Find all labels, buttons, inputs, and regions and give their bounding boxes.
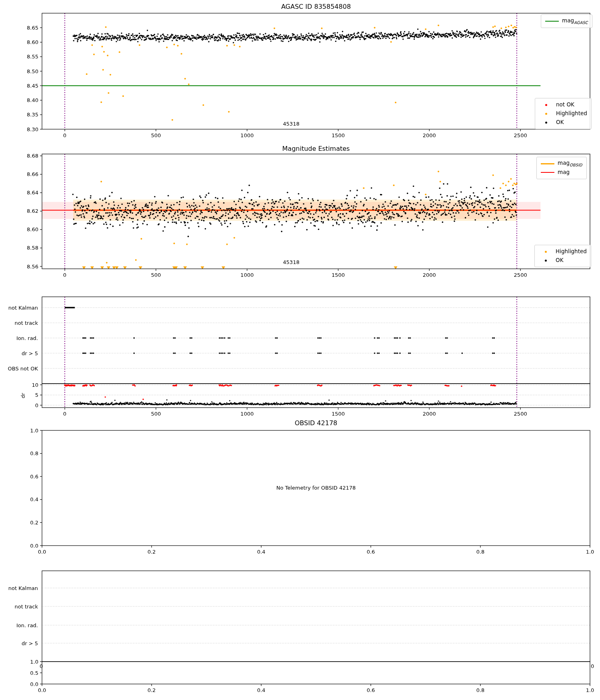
legend-row-mag-agasc: magAGASC [545,17,588,26]
no-telemetry-message: No Telemetry for OBSID 42178 [276,485,356,491]
legend-row-ok: OK [539,118,587,127]
legend-mag-lines-plot2: magOBSID mag [536,157,587,179]
obsid-annotation-plot1: 45318 [283,121,299,127]
legend-label-mag: mag [558,170,570,175]
legend-label-ok: OK [556,120,564,125]
obsid-annotation-plot2: 45318 [283,259,299,265]
legend-label-highlighted-2: Highlighted [556,249,587,254]
legend-row-mag-obsid: magOBSID [541,159,582,168]
legend-row-highlighted-2: Highlighted [539,247,587,256]
legend-marker-types-plot1: not OK Highlighted OK [535,98,592,129]
legend-label-mag-agasc: magAGASC [562,18,588,25]
black-dot-swatch [539,122,553,124]
orange-dot-swatch [539,113,553,115]
plot1-title: AGASC ID 835854808 [42,3,590,10]
red-dot-swatch [539,104,553,106]
legend-label-mag-obsid: magOBSID [558,160,582,167]
orange-line-swatch [541,163,554,164]
legend-row-mag: mag [541,168,582,177]
legend-row-ok-2: OK [539,256,587,265]
legend-label-ok-2: OK [556,258,563,263]
black-dot-swatch-2 [539,260,552,262]
legend-row-highlighted: Highlighted [539,109,587,118]
plot5-left-zero-tick-label: 0 [40,663,43,669]
green-line-swatch [545,21,559,22]
red-line-swatch [541,172,554,173]
legend-label-not-ok: not OK [556,102,574,108]
legend-row-not-ok: not OK [539,100,587,109]
matplotlib-figure: AGASC ID 835854808 Magnitude Estimates O… [0,0,600,700]
legend-label-highlighted: Highlighted [556,111,587,116]
orange-dot-swatch-2 [539,251,552,253]
flags-dr-plot-canvas [0,286,600,420]
plot4-title: OBSID 42178 [42,419,590,427]
legend-mag-agasc: magAGASC [541,14,592,28]
magnitude-estimates-plot-canvas [0,145,600,284]
agasc-magnitude-plot-canvas [0,0,600,144]
plot2-title: Magnitude Estimates [42,145,590,152]
legend-marker-types-plot2: Highlighted OK [534,245,591,267]
flags-dr-empty-plot-canvas [0,565,600,700]
plot5-right-zero-tick-label: 0 [591,663,594,669]
